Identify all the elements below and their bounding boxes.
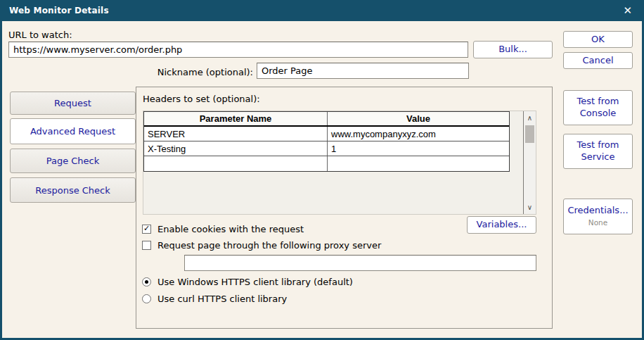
curl-https-radio[interactable] — [142, 294, 151, 303]
tab-request-label: Request — [54, 98, 91, 108]
tab-page-check-label: Page Check — [46, 156, 100, 166]
check-icon: ✓ — [143, 224, 150, 233]
headers-table: Parameter Name Value SERVER www.mycompan… — [143, 111, 510, 172]
tab-advanced-request[interactable]: Advanced Request — [10, 118, 136, 144]
param-value-cell[interactable]: 1 — [328, 141, 509, 156]
title-bar: Web Monitor Details ✕ — [0, 0, 644, 21]
scrollbar-thumb[interactable] — [525, 125, 534, 143]
tab-request[interactable]: Request — [10, 92, 136, 115]
dialog-body: URL to watch: Bulk... Nickname (optional… — [2, 21, 642, 338]
tab-page-check[interactable]: Page Check — [10, 149, 136, 173]
test-from-console-button[interactable]: Test from Console — [563, 90, 633, 125]
table-row — [144, 156, 509, 171]
tab-response-check[interactable]: Response Check — [10, 177, 136, 203]
radio-dot — [145, 280, 148, 284]
windows-https-radio-row: Use Windows HTTPS client library (defaul… — [142, 277, 353, 287]
variables-button[interactable]: Variables... — [467, 216, 536, 234]
scroll-down-icon[interactable]: ∨ — [524, 202, 536, 213]
column-header-parameter-name: Parameter Name — [144, 112, 328, 125]
proxy-checkbox-row: ✓ Request page through the following pro… — [142, 240, 381, 251]
scroll-up-icon[interactable]: ∧ — [524, 113, 536, 123]
param-name-cell[interactable]: SERVER — [144, 127, 328, 141]
windows-https-radio[interactable] — [142, 277, 151, 287]
nickname-label: Nickname (optional): — [112, 67, 253, 77]
enable-cookies-row: ✓ Enable cookies with the request — [142, 224, 304, 234]
enable-cookies-checkbox[interactable]: ✓ — [142, 225, 151, 234]
ok-button[interactable]: OK — [563, 31, 633, 48]
credentials-button[interactable]: Credentials... None — [563, 199, 633, 234]
web-monitor-details-dialog: Web Monitor Details ✕ URL to watch: Bulk… — [0, 0, 644, 340]
tab-advanced-request-label: Advanced Request — [30, 126, 115, 137]
curl-https-radio-row: Use curl HTTPS client library — [142, 294, 287, 304]
enable-cookies-label[interactable]: Enable cookies with the request — [157, 224, 304, 234]
nickname-input[interactable] — [257, 63, 469, 79]
credentials-button-label: Credentials... — [567, 205, 628, 217]
table-row: SERVER www.mycompanyxyz.com — [144, 127, 509, 141]
column-header-value: Value — [328, 112, 509, 125]
windows-https-radio-label[interactable]: Use Windows HTTPS client library (defaul… — [157, 277, 353, 287]
param-name-cell[interactable] — [144, 156, 328, 171]
close-icon[interactable]: ✕ — [620, 4, 635, 18]
headers-table-header-row: Parameter Name Value — [144, 112, 509, 127]
url-label: URL to watch: — [8, 30, 72, 40]
tab-response-check-label: Response Check — [35, 185, 110, 196]
window-title: Web Monitor Details — [9, 6, 109, 15]
headers-to-set-label: Headers to set (optional): — [143, 94, 260, 104]
test-from-service-button[interactable]: Test from Service — [563, 134, 633, 169]
table-row: X-Testing 1 — [144, 141, 509, 156]
cancel-button[interactable]: Cancel — [563, 52, 633, 69]
proxy-checkbox[interactable]: ✓ — [142, 241, 151, 250]
proxy-checkbox-label[interactable]: Request page through the following proxy… — [157, 240, 381, 251]
credentials-status: None — [588, 218, 607, 228]
bulk-button[interactable]: Bulk... — [473, 41, 553, 58]
url-input[interactable] — [8, 42, 468, 58]
param-value-cell[interactable]: www.mycompanyxyz.com — [328, 127, 509, 141]
param-name-cell[interactable]: X-Testing — [144, 141, 328, 156]
proxy-server-input[interactable] — [184, 255, 536, 271]
param-value-cell[interactable] — [328, 156, 509, 171]
vertical-scrollbar[interactable]: ∧ ∨ — [523, 111, 536, 214]
headers-listview: Parameter Name Value SERVER www.mycompan… — [143, 111, 536, 215]
curl-https-radio-label[interactable]: Use curl HTTPS client library — [157, 294, 287, 304]
